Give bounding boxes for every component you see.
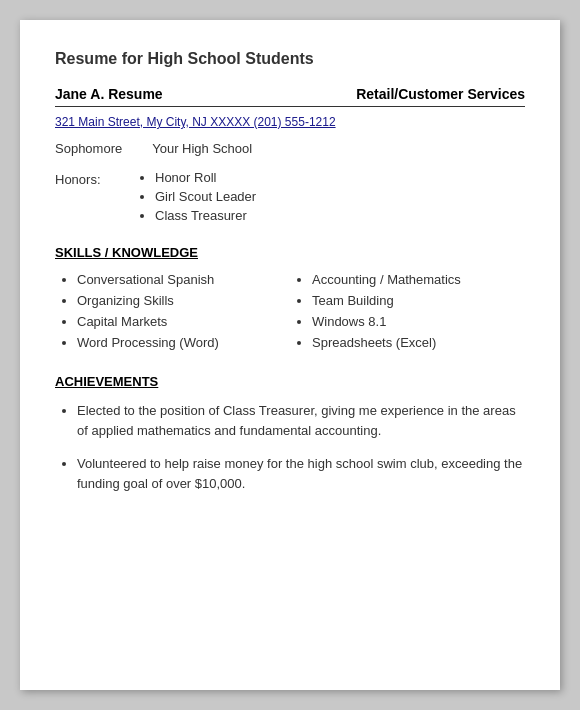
header-divider: [55, 106, 525, 107]
achievements-heading: ACHIEVEMENTS: [55, 374, 525, 389]
grade-school-row: Sophomore Your High School: [55, 141, 525, 156]
honors-label: Honors:: [55, 170, 135, 227]
skill-left-3: Capital Markets: [77, 314, 290, 329]
skills-heading: SKILLS / KNOWLEDGE: [55, 245, 525, 260]
skill-right-1: Accounting / Mathematics: [312, 272, 525, 287]
achievement-item-1: Elected to the position of Class Treasur…: [77, 401, 525, 440]
resume-page: Resume for High School Students Jane A. …: [20, 20, 560, 690]
honor-item-2: Girl Scout Leader: [155, 189, 256, 204]
skills-grid: Conversational Spanish Organizing Skills…: [55, 272, 525, 356]
honors-list: Honor Roll Girl Scout Leader Class Treas…: [135, 170, 256, 227]
skill-right-3: Windows 8.1: [312, 314, 525, 329]
skill-left-1: Conversational Spanish: [77, 272, 290, 287]
applicant-name: Jane A. Resume: [55, 86, 163, 102]
skill-right-2: Team Building: [312, 293, 525, 308]
achievements-list: Elected to the position of Class Treasur…: [55, 401, 525, 493]
skills-left-col: Conversational Spanish Organizing Skills…: [55, 272, 290, 356]
skill-left-4: Word Processing (Word): [77, 335, 290, 350]
address-line: 321 Main Street, My City, NJ XXXXX (201)…: [55, 115, 525, 129]
school-name: Your High School: [152, 141, 252, 156]
document-title: Resume for High School Students: [55, 50, 525, 68]
skill-right-4: Spreadsheets (Excel): [312, 335, 525, 350]
grade-level: Sophomore: [55, 141, 122, 156]
header-row: Jane A. Resume Retail/Customer Services: [55, 86, 525, 102]
honors-section: Honors: Honor Roll Girl Scout Leader Cla…: [55, 170, 525, 227]
skills-right-col: Accounting / Mathematics Team Building W…: [290, 272, 525, 356]
achievement-item-2: Volunteered to help raise money for the …: [77, 454, 525, 493]
career-field: Retail/Customer Services: [356, 86, 525, 102]
honor-item-1: Honor Roll: [155, 170, 256, 185]
honor-item-3: Class Treasurer: [155, 208, 256, 223]
skill-left-2: Organizing Skills: [77, 293, 290, 308]
